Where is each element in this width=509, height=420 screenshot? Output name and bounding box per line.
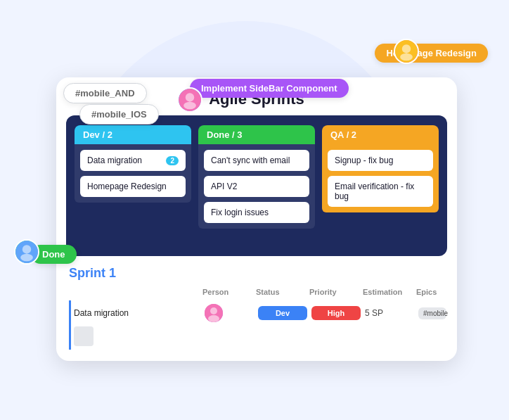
sprint-row-name: Data migration [74,308,200,318]
card-text: Fix login issues [211,208,269,217]
avatar-face-icon3 [15,239,38,265]
column-header-qa: QA / 2 [322,125,439,144]
label-mobile-and[interactable]: #mobile_AND [63,83,147,103]
status-badge[interactable]: Dev [258,306,307,320]
card-text: API V2 [211,182,237,191]
person-avatar-icon [205,304,223,322]
svg-point-1 [402,44,411,53]
avatar-sidebar [177,87,202,113]
column-header-done: Done / 3 [198,125,315,144]
label-homepage[interactable]: Homepage Redesign [375,44,488,63]
header-epics: Epics [416,288,444,296]
sprint-section: Sprint 1 Person Status Priority Estimati… [56,256,457,361]
board-card-signup[interactable]: Signup - fix bug [328,150,433,171]
comment-badge: 2 [166,156,179,165]
sprint-row: Data migration Dev High 5 SP #mobile [69,300,444,350]
column-body-qa: Signup - fix bug Email verification - fi… [322,144,439,212]
card-text: Homepage Redesign [87,182,167,191]
svg-point-5 [183,102,196,110]
header-priority: Priority [309,288,359,296]
board-card-login[interactable]: Fix login issues [204,202,309,223]
board-column-qa: QA / 2 Signup - fix bug Email verificati… [322,125,439,246]
header-estimation: Estimation [363,288,412,296]
svg-point-11 [20,254,33,262]
sprint-title: Sprint 1 [69,266,444,281]
header-task [72,288,198,296]
svg-point-2 [400,53,413,61]
board-column-dev: Dev / 2 Data migration 2 Homepage Redesi… [75,125,191,246]
column-body-done: Can't sync with email API V2 Fix login i… [198,144,315,229]
label-sidebar-component[interactable]: Implement SideBar Component [190,79,349,98]
board-card-email-verification[interactable]: Email verification - fix bug [328,176,433,207]
header-person: Person [202,288,252,296]
kanban-board: Dev / 2 Data migration 2 Homepage Redesi… [66,115,447,256]
sprint-avatar [205,304,223,322]
board-card-data-migration[interactable]: Data migration 2 [80,150,186,171]
card-text: Signup - fix bug [335,155,393,165]
board-card-api[interactable]: API V2 [204,176,309,197]
priority-badge[interactable]: High [311,306,361,320]
card-text: Data migration [87,155,142,165]
board-card-homepage-redesign[interactable]: Homepage Redesign [80,176,186,197]
card-text: Email verification - fix bug [335,182,426,201]
avatar-face-icon2 [179,87,201,113]
board-column-done: Done / 3 Can't sync with email API V2 Fi… [198,125,315,246]
card-text: Can't sync with email [211,155,290,165]
epic-badge[interactable]: #mobile [418,307,446,319]
scroll-handle[interactable] [74,326,94,346]
column-body-dev: Data migration 2 Homepage Redesign [75,144,191,203]
estimation-text: 5 SP [365,308,414,318]
column-header-dev: Dev / 2 [75,125,191,144]
avatar-homepage [394,39,419,64]
label-mobile-ios[interactable]: #mobile_IOS [79,104,159,125]
avatar-done [14,239,39,265]
svg-point-7 [210,307,217,314]
header-status: Status [256,288,305,296]
avatar-face-icon [395,39,418,64]
board-card-sync[interactable]: Can't sync with email [204,150,309,171]
svg-point-10 [22,245,31,253]
svg-point-4 [186,93,194,101]
svg-point-8 [208,315,219,322]
sprint-table-header: Person Status Priority Estimation Epics [69,288,444,296]
